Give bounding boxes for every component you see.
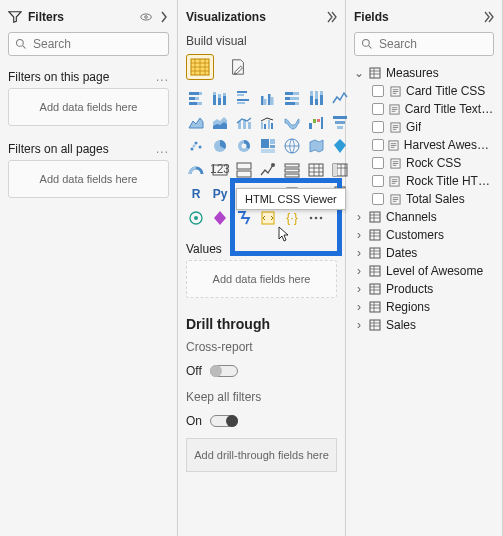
viz-card[interactable]: 123	[210, 160, 230, 180]
filters-search-input[interactable]	[33, 37, 183, 51]
viz-pie[interactable]	[210, 136, 230, 156]
table-icon	[368, 319, 382, 331]
viz-area[interactable]	[186, 112, 206, 132]
svg-rect-91	[370, 68, 380, 78]
svg-rect-21	[264, 99, 267, 105]
svg-rect-15	[223, 93, 226, 96]
viz-table[interactable]	[306, 160, 326, 180]
viz-line-stacked-column[interactable]	[234, 112, 254, 132]
field-item[interactable]: Rock Title HTML	[372, 172, 494, 190]
viz-scatter[interactable]	[186, 136, 206, 156]
checkbox[interactable]	[372, 103, 384, 115]
values-well[interactable]: Add data fields here	[186, 260, 337, 298]
keep-filters-state: On	[186, 414, 202, 428]
svg-rect-40	[264, 124, 266, 129]
table-item[interactable]: ›Dates	[354, 244, 494, 262]
drill-through-well[interactable]: Add drill-through fields here	[186, 438, 337, 472]
field-item[interactable]: Card Title CSS	[372, 82, 494, 100]
viz-line-clustered-column[interactable]	[258, 112, 278, 132]
viz-kpi[interactable]	[258, 160, 278, 180]
svg-rect-68	[285, 169, 299, 172]
viz-gauge[interactable]	[186, 160, 206, 180]
svg-rect-13	[218, 94, 221, 98]
viz-waterfall[interactable]	[306, 112, 326, 132]
svg-text:{·}: {·}	[286, 211, 297, 225]
svg-point-51	[195, 142, 198, 145]
field-item[interactable]: Harvest Awesome...	[372, 136, 494, 154]
table-item[interactable]: ›Regions	[354, 298, 494, 316]
viz-map[interactable]	[282, 136, 302, 156]
chevron-right-icon: ›	[354, 246, 364, 260]
checkbox[interactable]	[372, 175, 384, 187]
viz-stacked-area[interactable]	[210, 112, 230, 132]
viz-power-apps[interactable]	[210, 208, 230, 228]
viz-line[interactable]	[330, 88, 350, 108]
viz-html-css-viewer[interactable]	[258, 208, 278, 228]
viz-clustered-bar[interactable]	[234, 88, 254, 108]
fields-search[interactable]	[354, 32, 494, 56]
svg-rect-57	[261, 139, 269, 148]
viz-treemap[interactable]	[258, 136, 278, 156]
measures-list: Card Title CSSCard Title Text H...GifHar…	[354, 82, 494, 208]
table-item[interactable]: ›Level of Awesome	[354, 262, 494, 280]
viz-100-column[interactable]	[306, 88, 326, 108]
viz-azure-map[interactable]	[330, 136, 350, 156]
viz-stacked-column[interactable]	[210, 88, 230, 108]
measure-icon	[388, 86, 402, 97]
viz-clustered-column[interactable]	[258, 88, 278, 108]
svg-rect-8	[189, 102, 197, 105]
viz-100-bar[interactable]	[282, 88, 302, 108]
viz-funnel[interactable]	[330, 112, 350, 132]
checkbox[interactable]	[372, 85, 384, 97]
checkbox[interactable]	[372, 157, 384, 169]
expand-icon[interactable]	[482, 11, 494, 23]
viz-ribbon[interactable]	[282, 112, 302, 132]
viz-power-automate[interactable]	[234, 208, 254, 228]
viz-multi-row-card[interactable]	[234, 160, 254, 180]
svg-rect-29	[295, 102, 299, 105]
filters-search[interactable]	[8, 32, 169, 56]
table-item[interactable]: ›Channels	[354, 208, 494, 226]
svg-point-87	[310, 217, 313, 220]
svg-rect-31	[310, 91, 313, 96]
viz-py-script[interactable]: Py	[210, 184, 230, 204]
field-item[interactable]: Card Title Text H...	[372, 100, 494, 118]
eye-icon[interactable]	[139, 10, 153, 24]
filters-all-well[interactable]: Add data fields here	[8, 160, 169, 198]
svg-rect-19	[237, 102, 245, 104]
chevron-right-icon[interactable]	[159, 11, 169, 23]
viz-get-more[interactable]	[306, 208, 326, 228]
svg-rect-85	[262, 212, 274, 224]
cross-report-label: Cross-report	[186, 338, 337, 360]
svg-rect-49	[337, 126, 343, 129]
field-item[interactable]: Rock CSS	[372, 154, 494, 172]
table-measures[interactable]: ⌄ Measures	[354, 64, 494, 82]
fields-search-input[interactable]	[379, 37, 503, 51]
build-visual-button[interactable]	[186, 54, 214, 80]
expand-icon[interactable]	[325, 11, 337, 23]
viz-stacked-bar[interactable]	[186, 88, 206, 108]
svg-rect-101	[370, 248, 380, 258]
viz-donut[interactable]	[234, 136, 254, 156]
chevron-right-icon: ›	[354, 228, 364, 242]
cross-report-toggle[interactable]	[210, 365, 238, 377]
checkbox[interactable]	[372, 193, 384, 205]
table-item[interactable]: ›Sales	[354, 316, 494, 334]
viz-matrix[interactable]	[330, 160, 350, 180]
table-item[interactable]: ›Products	[354, 280, 494, 298]
table-icon	[368, 211, 382, 223]
filters-page-well[interactable]: Add data fields here	[8, 88, 169, 126]
field-item[interactable]: Gif	[372, 118, 494, 136]
viz-custom-json[interactable]: {·}	[282, 208, 302, 228]
viz-arcgis[interactable]	[186, 208, 206, 228]
checkbox[interactable]	[372, 121, 384, 133]
field-item[interactable]: Total Sales	[372, 190, 494, 208]
table-item[interactable]: ›Customers	[354, 226, 494, 244]
viz-slicer[interactable]	[282, 160, 302, 180]
keep-filters-toggle[interactable]	[210, 415, 238, 427]
viz-filled-map[interactable]	[306, 136, 326, 156]
format-visual-button[interactable]	[224, 54, 252, 80]
checkbox[interactable]	[372, 139, 384, 151]
filters-header: Filters	[8, 6, 169, 32]
viz-r-script[interactable]: R	[186, 184, 206, 204]
